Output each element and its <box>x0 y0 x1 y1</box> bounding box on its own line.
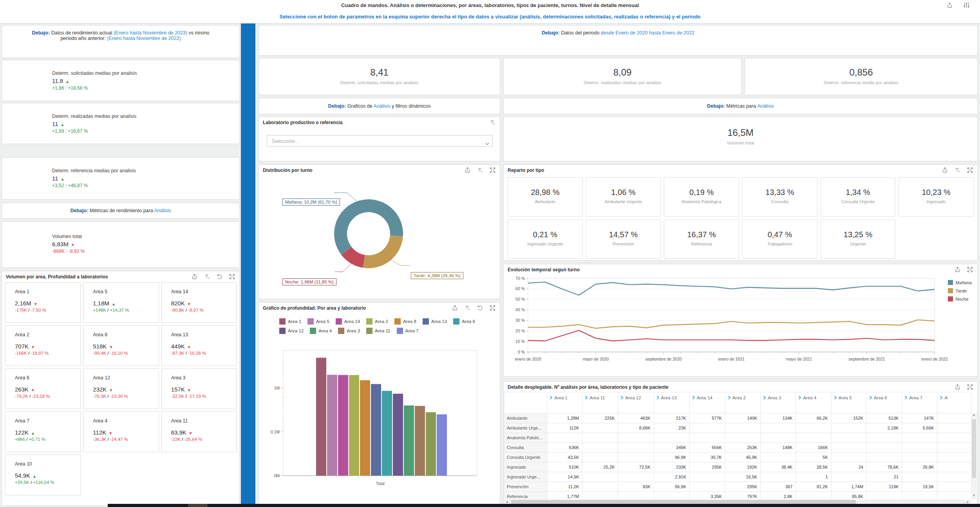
period-link[interactable]: (Enero hasta Noviembre de 2023) <box>114 30 187 36</box>
area-card[interactable]: Area 13449K▼-87,3K / -16,28 % <box>161 325 237 366</box>
reparto-tile[interactable]: 1,06 %Ambulante Urgente <box>586 177 661 217</box>
analisis-link[interactable]: Análisis <box>757 103 774 109</box>
legend-item[interactable]: Area 7 <box>397 328 419 334</box>
expand-icon[interactable] <box>967 266 973 274</box>
expand-icon[interactable] <box>229 273 235 281</box>
reparto-tile[interactable]: 14,57 %Prevención <box>586 220 661 259</box>
legend-item[interactable]: Tarde <box>948 288 972 293</box>
legend-item[interactable]: Area 11 <box>366 328 390 334</box>
bar[interactable] <box>437 414 447 476</box>
expand-icon[interactable] <box>967 167 973 175</box>
bar[interactable] <box>404 406 414 476</box>
period-range-link[interactable]: desde Enero de 2020 hasta Enero de 2022 <box>601 30 694 36</box>
bar[interactable] <box>393 394 403 476</box>
scrollbar-thumb[interactable] <box>188 504 208 507</box>
bar[interactable] <box>426 412 436 476</box>
undo-icon[interactable] <box>477 305 483 313</box>
reparto-tile[interactable]: 0,21 %Ingresado Urgente <box>508 220 583 259</box>
reparto-tile[interactable]: 10,23 %Ingresado <box>899 177 974 217</box>
bar[interactable] <box>382 391 392 476</box>
legend-item[interactable]: Area 14 <box>336 318 360 325</box>
export-icon[interactable] <box>464 167 471 175</box>
export-icon[interactable] <box>191 273 198 281</box>
export-icon[interactable] <box>452 305 458 313</box>
expand-icon[interactable] <box>489 167 496 175</box>
clear-filter-icon[interactable] <box>464 305 471 313</box>
area-card[interactable]: Area 12,16M▼-175K / -7,50 % <box>5 282 81 323</box>
legend-item[interactable]: Area 1 <box>279 318 301 325</box>
column-header[interactable]: Area 13 <box>654 392 689 413</box>
table-vertical-scrollbar[interactable]: ▲ ▼ <box>971 413 977 499</box>
scrollbar-thumb[interactable] <box>972 419 976 478</box>
export-icon[interactable] <box>946 2 953 10</box>
parameters-icon[interactable] <box>963 2 970 10</box>
line-series[interactable] <box>528 330 935 341</box>
column-header[interactable]: Area 11 <box>582 392 618 413</box>
expand-icon[interactable] <box>967 384 973 392</box>
page-horizontal-scrollbar[interactable] <box>108 504 980 507</box>
bar-chart[interactable]: 1M0,1M0MTotal <box>259 346 500 503</box>
clear-filter-icon[interactable] <box>954 167 961 175</box>
bar[interactable] <box>316 358 326 476</box>
legend-item[interactable]: Area 5 <box>307 318 329 325</box>
area-card[interactable]: Area 2707K▼-166K / -18,97 % <box>5 325 81 366</box>
column-header[interactable]: Area 14 <box>689 392 725 413</box>
line-chart[interactable]: 0 %10 %20 %30 %40 %50 %60 %70 %enero de … <box>509 274 948 375</box>
bar[interactable] <box>327 375 337 476</box>
reparto-tile[interactable]: 13,33 %Consulta <box>742 177 817 217</box>
column-header-partial[interactable]: A <box>937 392 971 413</box>
export-icon[interactable] <box>954 266 961 274</box>
legend-item[interactable]: Mañana <box>948 280 972 285</box>
area-card[interactable]: Area 14820K▼-80,8K / -8,97 % <box>161 282 237 323</box>
legend-item[interactable]: Area 3 <box>338 328 360 334</box>
period-link[interactable]: (Enero hasta Noviembre de 2022) <box>107 36 181 41</box>
area-card[interactable]: Area 8518K▼-99,4K / -16,10 % <box>83 325 159 366</box>
area-card[interactable]: Area 7122K▲+866 / +0,71 % <box>5 411 81 452</box>
column-header[interactable]: Area 1 <box>547 392 582 413</box>
reparto-tile[interactable]: 0,47 %Trabajadores <box>742 220 817 259</box>
dropdown-arrow-icon[interactable] <box>485 140 489 147</box>
lab-select-input[interactable] <box>271 137 476 146</box>
expand-icon[interactable] <box>489 305 496 313</box>
area-card[interactable]: Area 1054,9K▲+29,5K / +116,54 % <box>5 455 81 495</box>
column-header[interactable]: Area 2 <box>725 392 760 413</box>
reparto-tile[interactable]: 0,19 %Anatomía Patológica <box>664 177 739 217</box>
reparto-tile[interactable]: 28,98 %Ambulante <box>508 177 583 217</box>
legend-item[interactable]: Noche <box>948 296 972 301</box>
scroll-down-arrow[interactable]: ▼ <box>971 494 977 499</box>
bar[interactable] <box>349 375 359 476</box>
column-header[interactable]: Area 5 <box>831 392 866 413</box>
column-header[interactable]: Area 7 <box>902 392 937 413</box>
area-card[interactable]: Area 1163,9K▼-22K / -25,64 % <box>161 411 237 452</box>
area-card[interactable]: Area 4112K▼-36,3K / -24,47 % <box>83 411 159 452</box>
legend-item[interactable]: Area 12 <box>279 328 304 334</box>
column-header[interactable]: Area 12 <box>618 392 654 413</box>
analisis-link[interactable]: Análisis <box>374 103 391 109</box>
bar[interactable] <box>415 406 425 476</box>
line-series[interactable] <box>528 320 935 328</box>
bar[interactable] <box>360 380 370 476</box>
area-card[interactable]: Area 6263K▼-79,2K / -23,18 % <box>5 368 81 409</box>
area-card[interactable]: Area 51,18M▲+148K / +14,37 % <box>83 282 159 323</box>
undo-icon[interactable] <box>216 273 223 281</box>
clear-filter-icon[interactable] <box>477 167 483 175</box>
line-series[interactable] <box>528 282 935 295</box>
reparto-tile[interactable]: 16,37 %Referencia <box>664 220 739 259</box>
export-icon[interactable] <box>942 167 948 175</box>
legend-item[interactable]: Area 2 <box>366 318 388 325</box>
legend-item[interactable]: Area 8 <box>394 318 416 325</box>
column-header[interactable]: Area 4 <box>796 392 831 413</box>
scroll-up-arrow[interactable]: ▲ <box>971 413 977 419</box>
legend-item[interactable]: Area 13 <box>423 318 447 325</box>
bar[interactable] <box>371 384 381 476</box>
legend-item[interactable]: Area 6 <box>453 318 475 325</box>
area-card[interactable]: Area 3157K▼-32,5K / -17,19 % <box>161 368 237 409</box>
export-icon[interactable] <box>954 384 961 392</box>
column-header[interactable]: Area 6 <box>866 392 902 413</box>
clear-filter-icon[interactable] <box>489 119 496 127</box>
column-header[interactable]: Area 3 <box>761 392 796 413</box>
bar[interactable] <box>338 375 348 476</box>
clear-filter-icon[interactable] <box>204 273 210 281</box>
legend-item[interactable]: Area 4 <box>310 328 332 334</box>
analisis-link[interactable]: Análisis <box>154 208 171 213</box>
